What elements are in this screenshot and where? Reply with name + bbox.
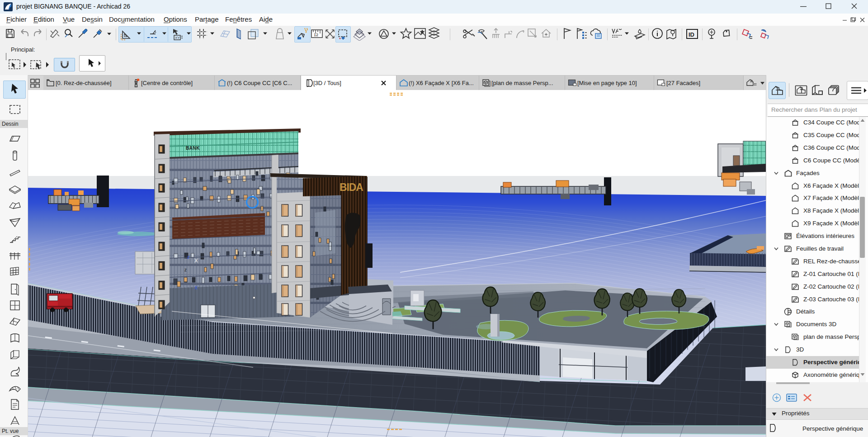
svg-text:X: X bbox=[194, 258, 198, 263]
svg-text:z: z bbox=[187, 254, 190, 260]
svg-text:z: z bbox=[184, 267, 187, 272]
svg-text:BANK: BANK bbox=[186, 146, 200, 151]
svg-text:12: 12 bbox=[314, 33, 318, 37]
svg-text:X: X bbox=[194, 285, 198, 290]
svg-text:ID: ID bbox=[689, 31, 694, 38]
svg-text:BIDA: BIDA bbox=[340, 181, 363, 193]
svg-text:XY: XY bbox=[175, 36, 180, 40]
